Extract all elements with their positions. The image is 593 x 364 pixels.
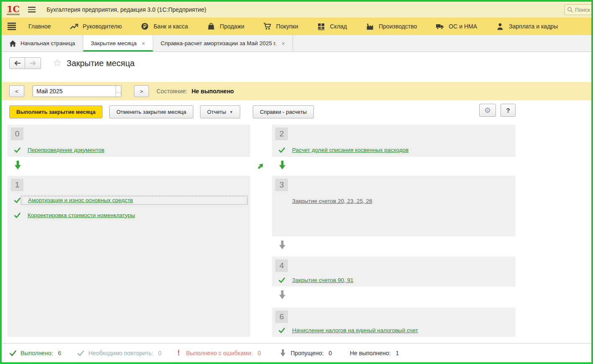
trend-icon	[69, 23, 79, 30]
favorite-star-icon[interactable]: ☆	[53, 58, 62, 68]
1c-logo-icon: 1С	[7, 5, 20, 15]
boxes-icon	[316, 23, 326, 30]
back-button[interactable]	[9, 57, 25, 69]
gear-icon: ⚙	[484, 106, 491, 115]
operation-link[interactable]: Расчет долей списания косвенных расходов	[292, 147, 408, 153]
page-title: Закрытие месяца	[67, 59, 135, 68]
arrow-down-icon	[279, 161, 285, 169]
stage-number: 6	[275, 310, 288, 323]
forward-button[interactable]	[25, 57, 41, 69]
status-label: Состояние:	[157, 88, 187, 95]
tab-home[interactable]: Начальная страница	[2, 35, 83, 51]
legend-repeat: Необходимо повторить:0	[77, 350, 161, 356]
exclamation-icon: !	[175, 349, 182, 357]
global-search-input[interactable]: Поиск	[565, 4, 591, 15]
reports-button[interactable]: Отчеты ▼	[200, 105, 240, 118]
period-picker-button[interactable]: ...	[116, 86, 121, 97]
arrow-diagonal-icon	[256, 161, 266, 171]
menu-item-salary[interactable]: Зарплата и кадры	[495, 23, 558, 30]
window-titlebar: 1С Бухгалтерия предприятия, редакция 3.0…	[2, 2, 591, 18]
ruble-icon	[140, 23, 149, 30]
factory-icon	[365, 23, 375, 30]
arrow-down-icon	[15, 161, 21, 169]
operation-row: Перепроведение документов	[8, 142, 250, 157]
check-icon	[13, 213, 21, 218]
help-button[interactable]: ?	[501, 104, 516, 117]
menu-item-sales[interactable]: Продажи	[206, 23, 244, 30]
stage-block-2: 2 Расчет долей списания косвенных расход…	[272, 125, 516, 157]
operation-link[interactable]: Начисление налогов на единый налоговый с…	[292, 327, 418, 333]
check-teal-icon	[77, 350, 85, 356]
search-placeholder: Поиск	[575, 7, 590, 13]
arrow-down-gray-icon	[279, 241, 285, 249]
home-icon	[9, 40, 16, 47]
operation-link[interactable]: Закрытие счетов 20, 23, 25, 26	[292, 198, 372, 204]
period-field: ...	[33, 85, 121, 97]
stage-block-0: 0 Перепроведение документов	[8, 125, 250, 157]
stage-block-6: 6 Начисление налогов на единый налоговый…	[272, 308, 516, 337]
operation-row: Закрытие счетов 20, 23, 25, 26	[272, 193, 516, 208]
operation-row: Начисление налогов на единый налоговый с…	[272, 323, 516, 338]
menu-item-production[interactable]: Производство	[365, 23, 417, 30]
check-icon	[278, 328, 285, 333]
search-icon	[567, 7, 573, 13]
check-icon	[278, 277, 285, 283]
app-window: 1С Бухгалтерия предприятия, редакция 3.0…	[0, 0, 593, 364]
close-icon[interactable]: ×	[141, 40, 145, 47]
operation-link[interactable]: Закрытие счетов 90, 91	[292, 277, 353, 283]
stage-number: 1	[11, 179, 23, 191]
tab-month-closing[interactable]: Закрытие месяца ×	[83, 35, 153, 51]
check-icon	[13, 197, 21, 203]
prev-month-button[interactable]: <	[9, 85, 24, 97]
stage-number: 4	[275, 259, 288, 272]
operation-link[interactable]: Перепроведение документов	[28, 147, 104, 153]
next-month-button[interactable]: >	[134, 85, 149, 97]
history-nav	[9, 57, 41, 69]
sections-panel-icon[interactable]	[8, 23, 16, 30]
operation-link[interactable]: Амортизация и износ основных средств	[28, 197, 133, 203]
stage-block-1: 1 Амортизация и износ основных средств К…	[8, 176, 250, 337]
operation-row: Расчет долей списания косвенных расходов	[272, 142, 516, 157]
operation-row: Корректировка стоимости номенклатуры	[8, 208, 250, 223]
bag-icon	[206, 23, 216, 30]
certificates-button[interactable]: Справки - расчеты	[253, 105, 314, 118]
menu-item-purchases[interactable]: Покупки	[263, 23, 298, 30]
operation-row: Закрытие счетов 90, 91	[272, 272, 516, 287]
menu-item-manager[interactable]: Руководителю	[69, 23, 122, 30]
chevron-down-icon: ▼	[229, 110, 233, 114]
stage-block-3: 3 Закрытие счетов 20, 23, 25, 26	[272, 176, 516, 236]
menu-item-bank[interactable]: Банк и касса	[140, 23, 188, 30]
stage-number: 3	[275, 179, 288, 191]
operation-link[interactable]: Корректировка стоимости номенклатуры	[28, 212, 135, 218]
menu-item-warehouse[interactable]: Склад	[316, 23, 347, 30]
check-icon	[278, 147, 285, 153]
period-band: < ... > Состояние: Не выполнено	[2, 82, 591, 100]
open-windows-tabbar: Начальная страница Закрытие месяца × Спр…	[2, 35, 591, 52]
legend-done: Выполнено:6	[9, 350, 61, 356]
arrow-down-gray-icon	[279, 349, 287, 356]
close-icon[interactable]: ×	[282, 40, 285, 47]
window-title: Бухгалтерия предприятия, редакция 3.0 (1…	[46, 6, 206, 13]
menu-item-main[interactable]: Главное	[28, 23, 51, 30]
menu-item-fixed-assets[interactable]: ОС и НМА	[435, 23, 477, 30]
execute-closing-button[interactable]: Выполнить закрытие месяца	[9, 105, 103, 118]
check-icon	[9, 350, 17, 356]
period-input[interactable]	[33, 86, 116, 97]
stage-block-4: 4 Закрытие счетов 90, 91	[272, 256, 516, 287]
settings-button[interactable]: ⚙	[479, 104, 496, 117]
section-menubar: Главное Руководителю Банк и касса Продаж…	[2, 18, 591, 35]
stage-number: 2	[275, 128, 288, 140]
main-menu-icon[interactable]	[28, 7, 36, 13]
legend-errors: ! Выполнено с ошибками:0	[175, 349, 261, 357]
truck-icon	[435, 23, 444, 30]
arrow-down-gray-icon	[279, 290, 285, 299]
operation-row: Амортизация и износ основных средств	[8, 192, 250, 208]
legend-skipped: Пропущено:0	[279, 349, 332, 356]
status-legend: Выполнено:6 Необходимо повторить:0 ! Вып…	[2, 343, 591, 362]
cancel-closing-button[interactable]: Отменить закрытие месяца	[109, 105, 193, 118]
tab-depreciation-report[interactable]: Справка-расчет амортизации за Май 2025 г…	[153, 35, 293, 51]
cart-icon	[263, 23, 272, 30]
legend-not-done: Не выполнено:1	[346, 350, 399, 356]
check-icon	[13, 147, 21, 153]
person-icon	[495, 23, 505, 30]
